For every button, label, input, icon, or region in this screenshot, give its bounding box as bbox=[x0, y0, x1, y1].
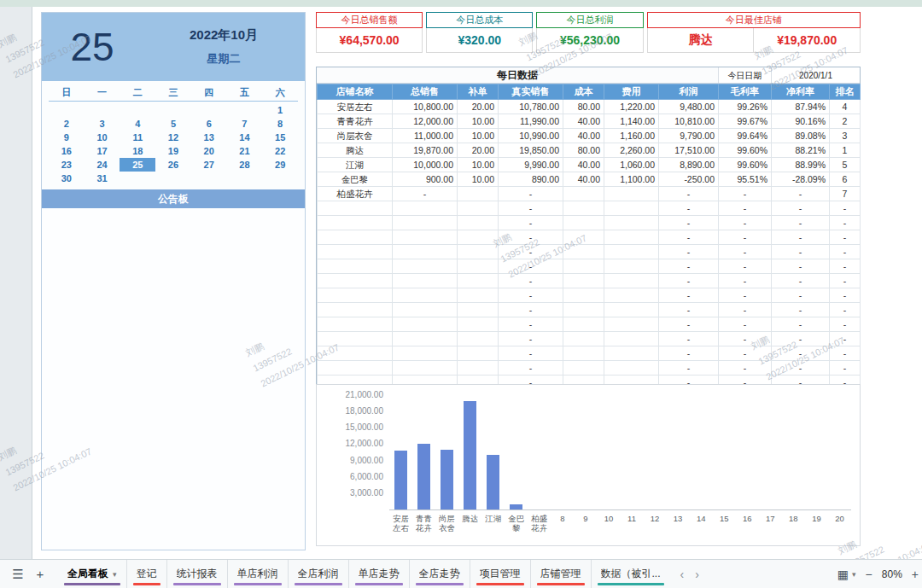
table-cell[interactable]: 1,060.00 bbox=[604, 158, 659, 172]
table-cell[interactable] bbox=[318, 361, 393, 376]
table-cell[interactable]: 柏盛花卉 bbox=[318, 187, 393, 201]
table-cell[interactable]: 10,810.00 bbox=[659, 114, 719, 129]
table-cell[interactable]: 11,000.00 bbox=[393, 129, 458, 143]
table-cell[interactable]: - bbox=[719, 274, 772, 288]
calendar-day-4[interactable]: 4 bbox=[120, 117, 155, 131]
table-cell[interactable]: 1 bbox=[830, 143, 861, 158]
table-cell[interactable]: 2 bbox=[830, 114, 861, 129]
table-cell[interactable]: - bbox=[659, 317, 719, 332]
table-cell[interactable] bbox=[458, 317, 499, 332]
table-cell[interactable]: - bbox=[499, 216, 563, 230]
table-cell[interactable]: 40.00 bbox=[563, 172, 604, 187]
table-cell[interactable] bbox=[318, 201, 393, 216]
table-cell[interactable]: 3 bbox=[830, 129, 861, 143]
sheet-list-menu-icon[interactable]: ☰ bbox=[7, 563, 29, 585]
table-cell[interactable]: 80.00 bbox=[563, 143, 604, 158]
table-cell[interactable]: - bbox=[772, 361, 830, 376]
table-cell[interactable]: 4 bbox=[830, 100, 861, 114]
table-cell[interactable] bbox=[458, 288, 499, 303]
table-cell[interactable]: - bbox=[499, 332, 563, 346]
table-cell[interactable]: 尚层衣舍 bbox=[318, 129, 393, 143]
table-cell[interactable]: - bbox=[659, 274, 719, 288]
table-cell[interactable]: 10.00 bbox=[458, 114, 499, 129]
table-cell[interactable]: - bbox=[772, 216, 830, 230]
table-cell[interactable]: 10,000.00 bbox=[393, 158, 458, 172]
table-cell[interactable]: - bbox=[659, 361, 719, 376]
table-cell[interactable]: 1,160.00 bbox=[604, 129, 659, 143]
table-cell[interactable]: 10.00 bbox=[458, 172, 499, 187]
table-cell[interactable] bbox=[318, 245, 393, 259]
calendar-day-11[interactable]: 11 bbox=[120, 131, 155, 144]
calendar-day-2[interactable]: 2 bbox=[49, 117, 85, 131]
table-cell[interactable]: - bbox=[719, 288, 772, 303]
column-header[interactable]: 总销售 bbox=[393, 84, 458, 100]
calendar-day-16[interactable]: 16 bbox=[49, 144, 85, 158]
table-cell[interactable] bbox=[563, 216, 604, 230]
calendar-day-30[interactable]: 30 bbox=[49, 172, 85, 185]
table-cell[interactable] bbox=[604, 259, 659, 274]
table-cell[interactable]: -250.00 bbox=[659, 172, 719, 187]
calendar-day-15[interactable]: 15 bbox=[262, 131, 298, 144]
table-cell[interactable] bbox=[458, 303, 499, 317]
column-header[interactable]: 毛利率 bbox=[719, 84, 772, 100]
table-cell[interactable]: 99.60% bbox=[719, 143, 772, 158]
bar-江湖[interactable] bbox=[487, 455, 499, 509]
table-cell[interactable]: 5 bbox=[830, 158, 861, 172]
sheet-tab-6[interactable]: 单店走势 bbox=[348, 560, 409, 588]
table-cell[interactable]: - bbox=[499, 274, 563, 288]
table-cell[interactable]: 40.00 bbox=[563, 158, 604, 172]
table-cell[interactable]: - bbox=[772, 317, 830, 332]
table-cell[interactable]: 9,990.00 bbox=[499, 158, 563, 172]
table-cell[interactable]: 11,990.00 bbox=[499, 114, 563, 129]
calendar-day-13[interactable]: 13 bbox=[191, 131, 227, 144]
table-cell[interactable]: 88.99% bbox=[772, 158, 830, 172]
table-cell[interactable]: 腾达 bbox=[318, 143, 393, 158]
table-cell[interactable] bbox=[393, 274, 458, 288]
table-cell[interactable]: 10.00 bbox=[458, 158, 499, 172]
calendar-day-31[interactable]: 31 bbox=[85, 172, 120, 185]
table-cell[interactable]: 99.26% bbox=[719, 100, 772, 114]
table-cell[interactable]: 88.21% bbox=[772, 143, 830, 158]
table-cell[interactable] bbox=[318, 288, 393, 303]
calendar-day-1[interactable]: 1 bbox=[262, 103, 298, 117]
calendar-day-22[interactable]: 22 bbox=[262, 144, 298, 158]
table-cell[interactable]: - bbox=[830, 259, 861, 274]
table-cell[interactable]: - bbox=[772, 303, 830, 317]
table-cell[interactable] bbox=[458, 332, 499, 346]
table-cell[interactable] bbox=[604, 288, 659, 303]
column-header[interactable]: 排名 bbox=[830, 84, 861, 100]
table-cell[interactable]: 10,780.00 bbox=[499, 100, 563, 114]
table-cell[interactable]: - bbox=[659, 187, 719, 201]
calendar-day-24[interactable]: 24 bbox=[85, 158, 120, 172]
table-cell[interactable]: 99.67% bbox=[719, 114, 772, 129]
calendar-day-18[interactable]: 18 bbox=[120, 144, 155, 158]
table-cell[interactable] bbox=[563, 346, 604, 361]
table-cell[interactable]: - bbox=[830, 288, 861, 303]
table-cell[interactable]: 90.16% bbox=[772, 114, 830, 129]
table-cell[interactable]: 17,510.00 bbox=[659, 143, 719, 158]
table-cell[interactable]: 1,100.00 bbox=[604, 172, 659, 187]
table-cell[interactable]: 20.00 bbox=[458, 143, 499, 158]
table-cell[interactable] bbox=[318, 303, 393, 317]
table-cell[interactable] bbox=[563, 332, 604, 346]
column-header[interactable]: 补单 bbox=[458, 84, 499, 100]
table-cell[interactable]: 8,890.00 bbox=[659, 158, 719, 172]
table-cell[interactable]: 江湖 bbox=[318, 158, 393, 172]
table-cell[interactable] bbox=[563, 245, 604, 259]
calendar-day-20[interactable]: 20 bbox=[191, 144, 227, 158]
table-cell[interactable]: 7 bbox=[830, 187, 861, 201]
table-cell[interactable] bbox=[563, 361, 604, 376]
table-cell[interactable] bbox=[318, 274, 393, 288]
calendar-day-23[interactable]: 23 bbox=[49, 158, 85, 172]
tab-dropdown-icon[interactable]: ▾ bbox=[113, 570, 117, 579]
table-cell[interactable] bbox=[458, 361, 499, 376]
table-cell[interactable]: - bbox=[499, 317, 563, 332]
view-mode-dropdown-icon[interactable]: ▾ bbox=[852, 570, 856, 579]
table-cell[interactable] bbox=[563, 259, 604, 274]
table-cell[interactable]: - bbox=[830, 361, 861, 376]
next-sheet-arrow-icon[interactable]: › bbox=[695, 568, 699, 581]
table-cell[interactable]: 89.08% bbox=[772, 129, 830, 143]
column-header[interactable]: 成本 bbox=[563, 84, 604, 100]
table-cell[interactable]: 95.51% bbox=[719, 172, 772, 187]
table-cell[interactable]: - bbox=[830, 346, 861, 361]
